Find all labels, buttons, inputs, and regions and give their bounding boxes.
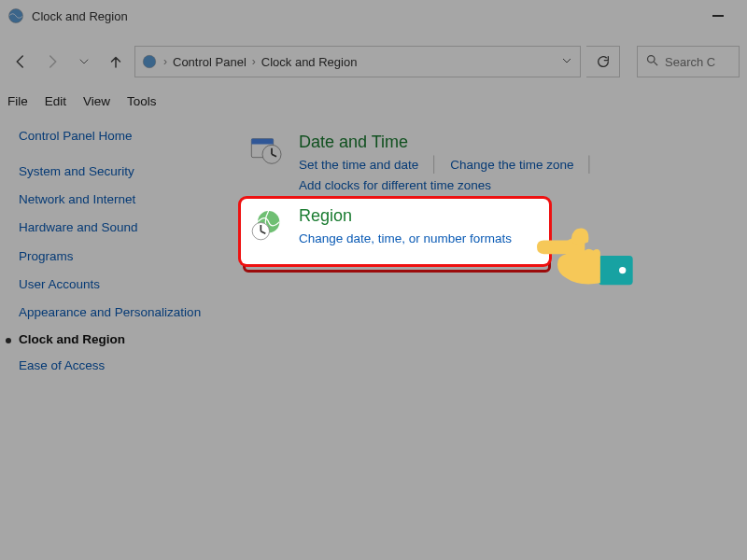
menu-view[interactable]: View <box>83 94 110 108</box>
sidebar-item-clock-region[interactable]: Clock and Region <box>19 329 205 350</box>
window: Clock and Region › Control Panel › <box>0 0 747 560</box>
sidebar-item-hardware[interactable]: Hardware and Sound <box>19 216 205 240</box>
globe-clock-icon <box>253 223 290 260</box>
main-panel: Date and Time Set the time and date │ Ch… <box>243 129 728 379</box>
search-icon <box>645 53 659 70</box>
svg-point-4 <box>648 56 655 63</box>
menu-file[interactable]: File <box>7 94 28 108</box>
titlebar: Clock and Region <box>0 0 747 32</box>
clock-calendar-icon <box>248 133 286 170</box>
svg-line-5 <box>654 62 657 65</box>
divider: │ <box>585 156 594 173</box>
nav-row: › Control Panel › Clock and Region Searc… <box>0 41 747 82</box>
sidebar-item-programs[interactable]: Programs <box>19 245 205 269</box>
chevron-right-icon: › <box>252 55 256 68</box>
menu-edit[interactable]: Edit <box>45 94 66 108</box>
search-input[interactable]: Search C <box>637 46 740 77</box>
app-icon <box>7 7 24 24</box>
window-title: Clock and Region <box>32 9 697 23</box>
section-title-region[interactable]: Region <box>303 223 516 243</box>
up-button[interactable] <box>103 49 129 75</box>
bullet-icon <box>6 338 11 343</box>
sidebar-item-network[interactable]: Network and Internet <box>19 188 205 212</box>
refresh-button[interactable] <box>586 46 620 77</box>
link-set-time-date[interactable]: Set the time and date <box>299 158 418 172</box>
search-placeholder: Search C <box>665 55 715 69</box>
sidebar-home[interactable]: Control Panel Home <box>19 129 205 143</box>
address-bar[interactable]: › Control Panel › Clock and Region <box>134 46 581 77</box>
section-date-and-time: Date and Time Set the time and date │ Ch… <box>243 129 728 200</box>
sidebar-item-user-accounts[interactable]: User Accounts <box>19 273 205 297</box>
breadcrumb-seg-1[interactable]: Control Panel <box>173 55 247 69</box>
breadcrumb-seg-2[interactable]: Clock and Region <box>261 55 358 69</box>
address-icon <box>141 53 158 70</box>
menu-tools[interactable]: Tools <box>127 94 157 108</box>
link-change-formats[interactable]: Change date, time, or number formats <box>303 246 516 260</box>
minimize-button[interactable] <box>697 2 740 30</box>
link-add-clocks[interactable]: Add clocks for different time zones <box>299 178 491 192</box>
sidebar-item-appearance[interactable]: Appearance and Personalization <box>19 301 205 325</box>
chevron-right-icon: › <box>163 55 167 68</box>
sidebar: Control Panel Home System and Security N… <box>19 129 205 379</box>
sidebar-item-current-label: Clock and Region <box>19 329 125 350</box>
menu-bar: File Edit View Tools <box>0 88 747 114</box>
section-region: Region Change date, time, or number form… <box>243 213 551 273</box>
svg-rect-7 <box>251 139 273 145</box>
content-area: Control Panel Home System and Security N… <box>0 114 747 394</box>
section-title-date-time[interactable]: Date and Time <box>299 133 723 152</box>
address-dropdown[interactable] <box>559 51 574 73</box>
link-change-time-zone[interactable]: Change the time zone <box>450 158 573 172</box>
sidebar-item-ease-of-access[interactable]: Ease of Access <box>19 354 205 378</box>
divider: │ <box>430 156 439 173</box>
back-button[interactable] <box>7 49 34 75</box>
sidebar-item-system-security[interactable]: System and Security <box>19 160 205 184</box>
forward-button[interactable] <box>39 49 65 75</box>
recent-dropdown[interactable] <box>71 49 97 75</box>
